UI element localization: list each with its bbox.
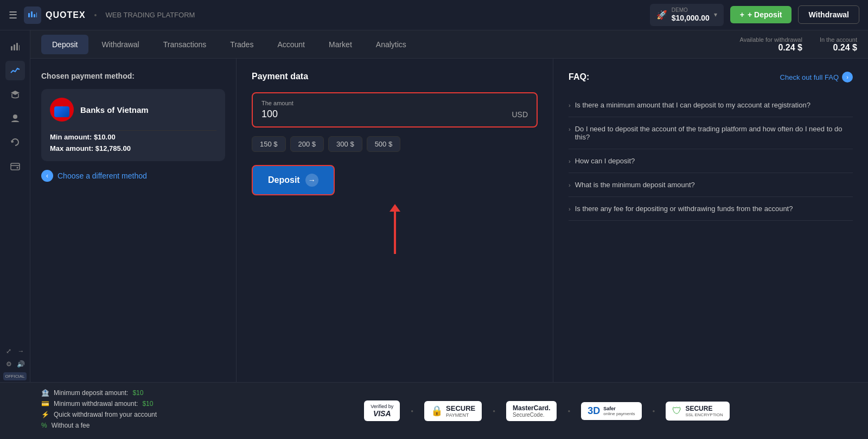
tab-transactions[interactable]: Transactions [152,35,218,54]
demo-label: DEMO [672,7,710,14]
min-amount: Min amount: $10.00 [50,133,216,141]
min-withdrawal-text: Minimum withdrawal amount: [54,400,138,408]
preset-500[interactable]: 500 $ [367,136,401,152]
chevron-icon: › [569,126,571,132]
preset-300[interactable]: 300 $ [328,136,362,152]
percent-icon: % [41,422,47,429]
chevron-icon: › [569,158,571,164]
ssl-secure-text: SECURE [685,405,723,412]
svg-rect-7 [19,45,20,50]
svg-rect-4 [11,46,12,50]
dot-3: ● [567,409,570,413]
faq-question-text-4: What is the minimum deposit amount? [575,181,695,189]
tab-analytics[interactable]: Analytics [365,35,417,54]
amount-input[interactable] [261,109,512,120]
tab-deposit[interactable]: Deposit [41,35,88,54]
sidebar-item-chart[interactable] [5,37,25,56]
mastercard-logo: MasterCard. SecureCode. [506,401,557,421]
up-arrow-icon [394,211,396,254]
faq-question-text-3: How can I deposit? [575,157,635,165]
card-chip-icon [54,106,69,117]
faq-item-4[interactable]: › What is the minimum deposit amount? [569,173,853,197]
tab-trades[interactable]: Trades [219,35,264,54]
preset-200[interactable]: 200 $ [290,136,324,152]
faq-question-1: › Is there a minimum amount that I can d… [569,101,853,109]
lock-icon: 🔒 [431,405,443,417]
svg-point-11 [16,167,18,169]
dot-1: ● [411,409,413,413]
topbar: ☰ QUOTEX • WEB TRADING PLATFORM 🚀 DEMO $… [0,0,868,30]
hamburger-menu[interactable]: ☰ [9,9,17,21]
red-arrow-indicator [252,200,538,265]
expand-icon[interactable]: ⤢ [4,346,14,356]
secure-text: SECURE [446,404,475,412]
account-balance: In the account 0.24 $ [820,36,857,53]
faq-full-link[interactable]: Check out full FAQ › [780,72,853,82]
sound-icon[interactable]: 🔊 [16,359,25,369]
sidebar-item-wallet[interactable] [5,156,25,176]
faq-title: FAQ: [569,72,589,82]
payment-method-meta: Min amount: $10.00 Max amount: $12,785.0… [50,130,216,152]
sidebar-item-trending[interactable] [5,61,25,80]
payment-logos-section: Verified by VISA ● 🔒 SECURE PAYMENT ● Ma… [237,400,857,421]
no-fee-text: Without a fee [52,422,90,429]
quick-withdrawal-text: Quick withdrawal from your account [54,411,157,418]
preset-150[interactable]: 150 $ [252,136,286,152]
faq-item-2[interactable]: › Do I need to deposit the account of th… [569,117,853,149]
arrow-right-icon[interactable]: → [16,346,25,356]
sidebar-item-profile[interactable] [5,109,25,128]
min-deposit-info: 🏦 Minimum deposit amount: $10 [41,389,237,397]
arrow-right-icon: → [305,174,318,187]
dot-4: ● [653,409,655,413]
secure-payment-logo: 🔒 SECURE PAYMENT [424,401,482,421]
preset-amounts: 150 $ 200 $ 300 $ 500 $ [252,136,538,152]
faq-item-5[interactable]: › Is there any fee for depositing or wit… [569,197,853,221]
deposit-btn-label: Deposit [268,175,300,185]
account-value: 0.24 $ [820,43,857,53]
account-label: In the account [820,36,857,43]
available-label: Available for withdrawal [740,36,802,43]
amount-label: The amount [261,100,528,106]
payment-method-header: ★ Banks of Vietnam [50,98,216,122]
withdrawal-button[interactable]: Withdrawal [798,5,859,24]
chosen-method-title: Chosen payment method: [41,72,225,80]
platform-name: WEB TRADING PLATFORM [105,11,195,19]
faq-item-1[interactable]: › Is there a minimum amount that I can d… [569,93,853,117]
quick-withdrawal-info: ⚡ Quick withdrawal from your account [41,411,237,418]
svg-rect-10 [11,163,20,170]
separator: • [94,11,97,20]
payment-text: PAYMENT [446,412,475,418]
chevron-icon: › [569,102,571,109]
deposit-submit-button[interactable]: Deposit → [252,165,335,195]
safer-text: Safer [603,406,635,411]
bank-icon: 🏦 [41,389,49,397]
sidebar-item-education[interactable] [5,85,25,104]
logo-icon [24,7,41,24]
min-deposit-text: Minimum deposit amount: [54,389,128,397]
demo-account-selector[interactable]: 🚀 DEMO $10,000.00 ▾ [650,4,724,26]
tab-account[interactable]: Account [266,35,316,54]
svg-rect-5 [14,44,15,50]
choose-method-link[interactable]: ‹ Choose a different method [41,170,225,182]
securecode-text: SecureCode. [513,412,550,418]
tab-market[interactable]: Market [318,35,363,54]
ssl-encryption-text: SSL ENCRYPTION [685,412,723,417]
bottom-info-section: 🏦 Minimum deposit amount: $10 💳 Minimum … [41,389,237,432]
faq-question-text-1: Is there a minimum amount that I can dep… [575,101,810,109]
tab-withdrawal[interactable]: Withdrawal [91,35,150,54]
left-arrow-icon: ‹ [41,170,53,182]
sidebar: ⤢ → ⚙ 🔊 OFFICIAL ✈ Help [0,30,30,439]
amount-row: USD [261,109,528,120]
deposit-button[interactable]: + + Deposit [730,6,792,23]
svg-rect-0 [28,13,30,17]
faq-arrow-icon: › [842,72,853,82]
payment-method-card: ★ Banks of Vietnam Min amount: $10.00 Ma… [41,89,225,161]
faq-item-3[interactable]: › How can I deposit? [569,149,853,173]
settings-icon[interactable]: ⚙ [4,359,14,369]
rocket-icon: 🚀 [656,10,667,20]
bottom-bar: 🏦 Minimum deposit amount: $10 💳 Minimum … [0,382,868,439]
choose-method-text: Choose a different method [58,171,147,180]
sidebar-item-sync[interactable] [5,132,25,152]
visa-logo: Verified by VISA [364,400,400,421]
main-content: Deposit Withdrawal Transactions Trades A… [30,30,868,439]
